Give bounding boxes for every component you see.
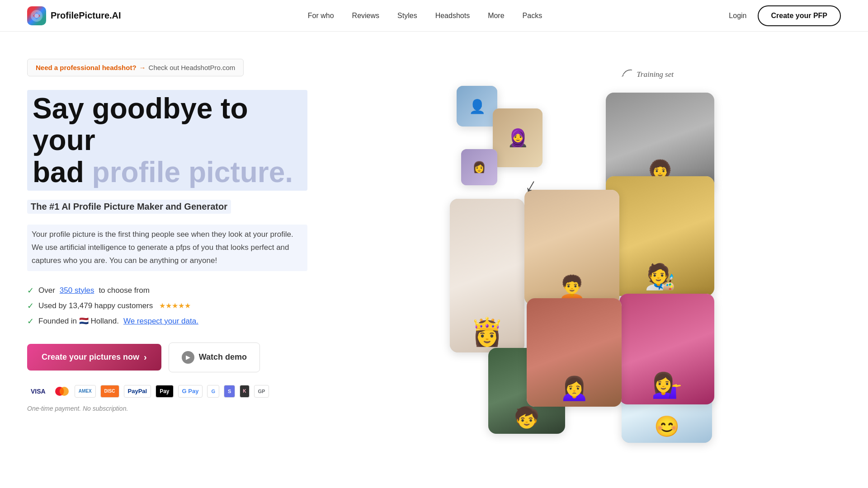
generated-photo-mid-right: 🧑‍🎨 <box>606 176 714 296</box>
subtitle: The #1 AI Profile Picture Maker and Gene… <box>31 202 227 211</box>
hero-title-plain: bad <box>33 156 92 188</box>
announcement-arrow: → <box>139 64 146 71</box>
generated-photo-left-tall: 👸 <box>450 199 524 352</box>
main-content: Need a professional headshot? → Check ou… <box>0 32 868 430</box>
description: Your profile picture is the first thing … <box>32 228 303 267</box>
nav-headshots[interactable]: Headshots <box>435 12 470 20</box>
gpay-alt-icon: GP <box>254 385 269 398</box>
mastercard-icon <box>54 386 70 396</box>
fine-print: One-time payment. No subscription. <box>27 405 307 412</box>
cta-arrow-icon: › <box>144 352 147 362</box>
header: ProfilePicture.AI For who Reviews Styles… <box>0 0 868 32</box>
feature-founded: ✓ Founded in 🇳🇱 Holland. We respect your… <box>27 316 307 326</box>
check-icon-2: ✓ <box>27 301 34 311</box>
nav-reviews[interactable]: Reviews <box>352 12 379 20</box>
hero-title-line1: Say goodbye to your <box>33 92 248 156</box>
nav-packs[interactable]: Packs <box>523 12 542 20</box>
google-icon: G <box>207 385 219 398</box>
announcement-text: Check out HeadshotPro.com <box>149 64 236 71</box>
image-collage: Training set 👤 🧕 👩 ↓ 🧑‍🦱 👩‍🦱 <box>448 59 719 384</box>
training-photo-3: 👩 <box>461 149 497 185</box>
logo[interactable]: ProfilePicture.AI <box>27 6 121 25</box>
announcement-highlight: Need a professional headshot? <box>36 64 137 71</box>
right-column: Training set 👤 🧕 👩 ↓ 🧑‍🦱 👩‍🦱 <box>326 59 841 384</box>
logo-text: ProfilePicture.AI <box>51 10 121 21</box>
logo-icon <box>27 6 46 25</box>
hero-title-colored: profile picture. <box>92 156 293 188</box>
feature-styles: ✓ Over 350 styles to choose from <box>27 286 307 296</box>
watch-demo-label: Watch demo <box>199 352 247 362</box>
svg-point-4 <box>60 388 64 395</box>
apple-pay-icon: Pay <box>156 385 173 398</box>
svg-point-1 <box>34 14 39 18</box>
training-label-text: Training set <box>637 70 674 79</box>
check-icon-1: ✓ <box>27 286 34 296</box>
nav-for-who[interactable]: For who <box>308 12 334 20</box>
header-actions: Login Create your PFP <box>729 5 841 26</box>
google-pay-icon: G Pay <box>178 385 203 398</box>
generated-photo-top-right: 👩‍🦱 <box>606 93 714 190</box>
left-column: Need a professional headshot? → Check ou… <box>27 59 307 412</box>
generated-photo-mid-center: 🙍‍♀️ <box>527 298 622 407</box>
privacy-link[interactable]: We respect your data. <box>123 317 198 326</box>
create-pictures-button[interactable]: Create your pictures now › <box>27 344 161 371</box>
watch-demo-button[interactable]: ▶ Watch demo <box>169 343 260 372</box>
generated-photo-mid-right-lower: 💁‍♀️ <box>619 294 714 404</box>
feature-customers: ✓ Used by 13,479 happy customers ★★★★★ <box>27 301 307 311</box>
discover-icon: DISC <box>100 385 119 398</box>
training-photo-1: 👤 <box>457 86 497 127</box>
login-button[interactable]: Login <box>729 12 746 20</box>
nav-styles[interactable]: Styles <box>397 12 417 20</box>
payment-icons: VISA AMEX DISC PayPal Pay G Pay G S K GP <box>27 385 307 398</box>
stripe-icon: S <box>224 385 235 398</box>
visa-icon: VISA <box>27 385 49 398</box>
klarna-icon: K <box>240 385 249 398</box>
announcement-bar[interactable]: Need a professional headshot? → Check ou… <box>27 59 244 76</box>
create-pfp-button[interactable]: Create your PFP <box>758 5 841 26</box>
play-icon: ▶ <box>182 351 194 364</box>
hero-title-block: Say goodbye to your bad profile picture. <box>27 90 307 191</box>
amex-icon: AMEX <box>75 385 96 398</box>
training-photo-2: 🧕 <box>493 108 542 167</box>
paypal-icon: PayPal <box>124 385 151 398</box>
check-icon-3: ✓ <box>27 316 34 326</box>
nav-more[interactable]: More <box>488 12 504 20</box>
cta-row: Create your pictures now › ▶ Watch demo <box>27 343 307 372</box>
generated-photo-main: 🧑‍🦱 <box>524 190 619 305</box>
features-list: ✓ Over 350 styles to choose from ✓ Used … <box>27 286 307 326</box>
main-nav: For who Reviews Styles Headshots More Pa… <box>308 12 542 20</box>
create-pictures-label: Create your pictures now <box>42 352 139 362</box>
training-label: Training set <box>616 68 674 81</box>
star-rating: ★★★★★ <box>159 301 191 310</box>
styles-link[interactable]: 350 styles <box>60 286 94 295</box>
